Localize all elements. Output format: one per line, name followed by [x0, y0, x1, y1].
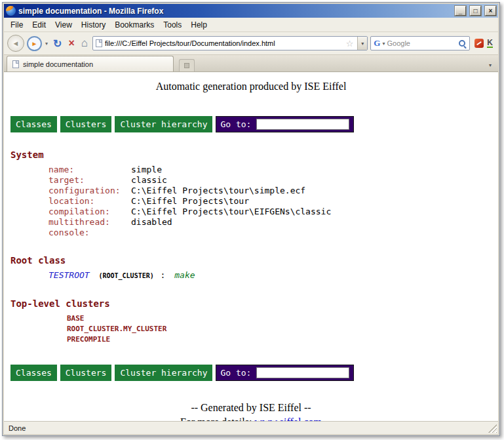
new-tab-button[interactable] [179, 59, 195, 71]
goto-box: Go to: [216, 365, 354, 381]
top-clusters-heading: Top-level clusters [10, 298, 498, 309]
close-button[interactable]: × [485, 6, 496, 16]
addon-icon-k[interactable]: K [487, 39, 493, 48]
cluster-item[interactable]: PRECOMPILE [67, 334, 498, 345]
system-row: location:C:\Eiffel Projects\tour [48, 196, 498, 207]
system-row-label: compilation: [48, 207, 131, 217]
system-row-value: C:\Eiffel Projects\tour [131, 196, 249, 206]
system-row-label: name: [48, 165, 131, 175]
system-row-label: configuration: [48, 186, 131, 196]
back-button[interactable]: ◄ [7, 35, 24, 52]
forward-button[interactable]: ► [27, 36, 42, 51]
system-row: console: [48, 228, 498, 238]
firefox-icon [6, 6, 16, 16]
menu-history[interactable]: History [77, 18, 110, 31]
doc-navbar-top: Classes Clusters Cluster hierarchy Go to… [10, 116, 498, 132]
stop-button[interactable]: × [66, 37, 76, 49]
details-line: For more details: www.eiffel.com [4, 416, 498, 421]
goto-input[interactable] [256, 119, 349, 130]
system-row-label: location: [48, 196, 131, 207]
system-row-value: disabled [131, 217, 172, 227]
system-heading: System [10, 150, 498, 160]
cluster-hierarchy-button[interactable]: Cluster hierarchy [115, 365, 212, 381]
status-bar: Done [4, 421, 498, 434]
location-bar[interactable]: ☆ ▾ [92, 36, 368, 50]
root-class-link[interactable]: TESTROOT [48, 270, 90, 280]
bookmark-star-icon[interactable]: ☆ [345, 39, 355, 49]
classes-button[interactable]: Classes [10, 365, 57, 381]
tab-simple-documentation[interactable]: simple documentation [7, 56, 174, 71]
cluster-item[interactable]: BASE [67, 313, 498, 324]
back-arrow-icon: ◄ [12, 39, 20, 47]
urlbar-dropdown-button[interactable]: ▾ [357, 37, 367, 50]
system-row-label: console: [48, 228, 131, 238]
forward-arrow-icon: ► [31, 40, 38, 47]
status-text: Done [9, 424, 26, 432]
system-row: compilation:C:\Eiffel Projects\tour\EIFG… [48, 207, 498, 217]
addon-icon-red[interactable] [475, 39, 484, 48]
cluster-hierarchy-button[interactable]: Cluster hierarchy [115, 116, 212, 132]
url-input[interactable] [105, 39, 342, 47]
menu-help[interactable]: Help [186, 18, 212, 31]
browser-window: simple documentation - Mozilla Firefox _… [2, 2, 500, 436]
new-tab-icon [184, 63, 189, 68]
page-title: Automatic generation produced by ISE Eif… [4, 81, 498, 92]
system-row-label: target: [48, 175, 131, 186]
search-engine-dropdown[interactable]: ▾ [382, 41, 385, 47]
top-clusters-list: BASE ROOT_CLUSTER.MY_CLUSTER PRECOMPILE [67, 313, 498, 345]
tab-label: simple documentation [23, 60, 93, 68]
window-title: simple documentation - Mozilla Firefox [18, 7, 451, 16]
minimize-button[interactable]: _ [455, 6, 466, 16]
root-class-line: TESTROOT (ROOT_CLUSTER) : make [48, 270, 498, 281]
goto-box: Go to: [216, 116, 354, 132]
system-row: name:simple [48, 165, 498, 175]
menu-file[interactable]: File [6, 18, 28, 31]
history-dropdown-button[interactable]: ▾ [45, 41, 48, 47]
system-row: multithread:disabled [48, 217, 498, 228]
list-all-tabs-button[interactable]: ▾ [485, 58, 495, 71]
root-class-separator: : [161, 270, 166, 280]
doc-navbar-bottom: Classes Clusters Cluster hierarchy Go to… [10, 365, 498, 381]
magnifier-icon[interactable] [458, 39, 467, 48]
details-prefix: For more details: [180, 416, 254, 421]
menu-bar: File Edit View History Bookmarks Tools H… [4, 18, 498, 32]
reload-button[interactable]: ↻ [51, 37, 64, 50]
search-engine-icon[interactable]: G [374, 38, 380, 49]
root-cluster-ref[interactable]: (ROOT_CLUSTER) [98, 272, 153, 279]
tab-bar: simple documentation ▾ [4, 55, 498, 72]
goto-label: Go to: [220, 119, 251, 129]
maximize-button[interactable]: □ [470, 6, 481, 16]
classes-button[interactable]: Classes [10, 116, 57, 132]
system-row-value: simple [131, 165, 162, 174]
clusters-button[interactable]: Clusters [60, 116, 112, 132]
addon-icons: K [473, 39, 495, 48]
system-row: configuration:C:\Eiffel Projects\tour\si… [48, 186, 498, 196]
generated-by-text: -- Generated by ISE Eiffel -- [4, 402, 498, 414]
menu-view[interactable]: View [50, 18, 77, 31]
eiffel-link[interactable]: www.eiffel.com [254, 416, 322, 421]
resize-grip[interactable] [488, 424, 497, 433]
creation-procedure-link[interactable]: make [174, 270, 195, 280]
menu-edit[interactable]: Edit [28, 18, 50, 31]
search-input[interactable] [387, 39, 456, 47]
navigation-toolbar: ◄ ► ▾ ↻ × ⌂ ☆ ▾ G ▾ K [4, 32, 498, 55]
goto-input[interactable] [256, 367, 349, 378]
system-row-value: classic [131, 175, 167, 185]
goto-label: Go to: [220, 368, 251, 378]
root-class-heading: Root class [10, 255, 498, 266]
system-row: target:classic [48, 175, 498, 186]
system-rows: name:simple target:classic configuration… [48, 165, 498, 238]
system-row-label: multithread: [48, 217, 131, 228]
search-bar[interactable]: G ▾ [370, 36, 470, 50]
system-row-value: C:\Eiffel Projects\tour\EIFGENs\classic [131, 207, 331, 216]
tab-favicon-icon [12, 60, 19, 68]
clusters-button[interactable]: Clusters [60, 365, 112, 381]
home-button[interactable]: ⌂ [79, 37, 90, 50]
cluster-item[interactable]: ROOT_CLUSTER.MY_CLUSTER [67, 324, 498, 334]
page-content: Automatic generation produced by ISE Eif… [4, 72, 498, 421]
page-favicon-icon [96, 39, 102, 47]
title-bar: simple documentation - Mozilla Firefox _… [4, 4, 498, 18]
menu-bookmarks[interactable]: Bookmarks [110, 18, 159, 31]
menu-tools[interactable]: Tools [159, 18, 186, 31]
system-row-value: C:\Eiffel Projects\tour\simple.ecf [131, 186, 305, 195]
